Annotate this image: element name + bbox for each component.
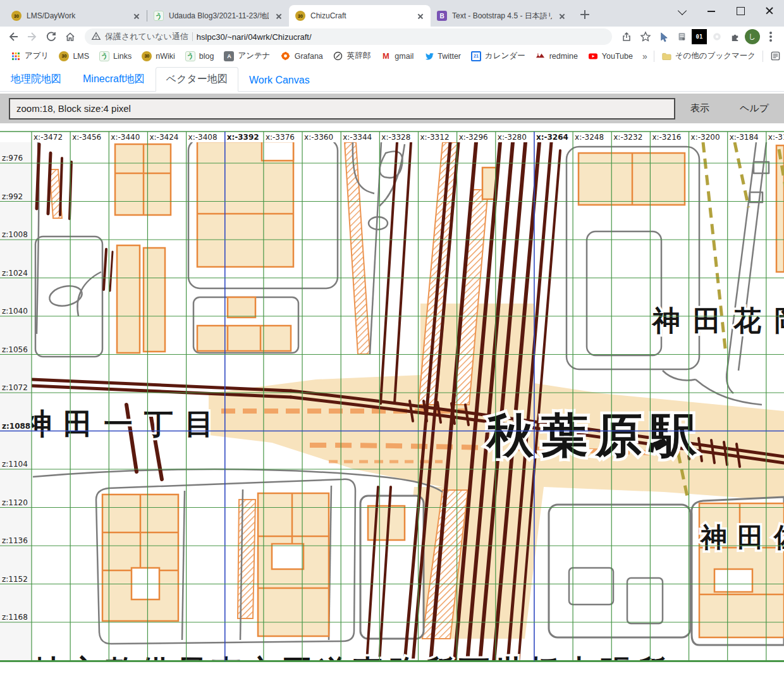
browser-tab[interactable]: う Udauda Blog3/2021-11-23/地図 [147, 5, 289, 27]
url-text[interactable]: hslpc30/~nari/04wrk/Chizucraft/ [197, 32, 606, 42]
calendar-21-icon: 21 [471, 51, 481, 61]
map-svg[interactable]: 神田一丁目 神田花岡 神田佐 地方整備局東京国道事務所万世橋出張所 秋葉原駅 x… [0, 125, 784, 663]
apps-grid-icon [11, 51, 21, 61]
svg-text:z:1168: z:1168 [2, 613, 28, 622]
bookmark-star-icon[interactable] [637, 28, 654, 45]
map-content: 神田一丁目 神田花岡 神田佐 地方整備局東京国道事務所万世橋出張所 秋葉原駅 [21, 139, 784, 663]
bookmark-antenna[interactable]: A アンテナ [219, 49, 274, 63]
tab-close-icon[interactable] [557, 11, 567, 21]
bookmark-apps[interactable]: アプリ [6, 49, 53, 63]
svg-text:z:976: z:976 [2, 154, 23, 163]
svg-text:x:-3296: x:-3296 [459, 133, 488, 142]
forward-icon[interactable] [24, 28, 40, 45]
svg-text:x:-3440: x:-3440 [111, 133, 140, 142]
cursor-extension-icon[interactable] [656, 29, 671, 44]
tab-title: Udauda Blog3/2021-11-23/地図 [169, 11, 269, 22]
bookmark-links[interactable]: う Links [95, 49, 136, 63]
reload-icon[interactable] [43, 28, 59, 45]
bookmark-label: nWiki [156, 52, 175, 61]
browser-menu-kebab-icon[interactable] [763, 28, 779, 45]
svg-text:x:-3232: x:-3232 [613, 133, 642, 142]
new-tab-button[interactable] [576, 6, 594, 23]
help-button[interactable]: ヘルプ [725, 102, 784, 114]
coin-30-icon: 30 [142, 51, 152, 61]
bookmark-label: LMS [73, 52, 89, 61]
svg-text:x:-3168: x:-3168 [768, 133, 784, 142]
bookmark-calendar[interactable]: 21 カレンダー [467, 49, 530, 63]
bookmark-blog[interactable]: う blog [181, 49, 219, 63]
u-icon: う [185, 51, 195, 61]
coin-favicon: 30 [11, 11, 21, 21]
security-status[interactable]: 保護されていない通信 [105, 31, 188, 42]
disabled-extension-icon[interactable] [709, 29, 725, 44]
bookmark-label: redmine [549, 52, 578, 61]
vector-map-canvas[interactable]: 神田一丁目 神田花岡 神田佐 地方整備局東京国道事務所万世橋出張所 秋葉原駅 x… [0, 125, 784, 663]
tab-close-icon[interactable] [415, 11, 426, 21]
address-bar[interactable]: 保護されていない通信 hslpc30/~nari/04wrk/Chizucraf… [85, 28, 612, 45]
browser-tab-strip: 30 LMS/DayWork う Udauda Blog3/2021-11-23… [0, 0, 784, 27]
reading-list-icon [770, 51, 780, 61]
tab-gsi-map[interactable]: 地理院地図 [0, 67, 72, 92]
bookmark-label: gmail [395, 52, 413, 61]
journal-extension-icon[interactable] [674, 29, 689, 44]
extensions-puzzle-icon[interactable] [727, 29, 742, 44]
bookmark-eijiro[interactable]: 英辞郎 [329, 49, 376, 63]
badge-01-extension-icon[interactable]: 01 [692, 29, 707, 44]
bookmark-lms[interactable]: 30 LMS [54, 49, 94, 63]
other-bookmarks-folder[interactable]: その他のブックマーク [657, 49, 760, 63]
zoom-status-field[interactable]: zoom:18, Block size:4 pixel [9, 98, 675, 120]
antenna-a-icon: A [224, 51, 234, 61]
svg-text:x:-3472: x:-3472 [34, 133, 63, 142]
window-close-icon[interactable] [755, 0, 784, 22]
tab-title: Text - Bootstrap 4.5 - 日本語リファ [452, 11, 552, 22]
bookmark-label: YouTube [602, 52, 633, 61]
bookmark-grafana[interactable]: Grafana [276, 49, 328, 63]
bookmark-twitter[interactable]: Twitter [419, 49, 465, 63]
u-favicon: う [154, 11, 164, 21]
bookmark-label: 英辞郎 [347, 51, 371, 61]
bookmark-label: blog [199, 52, 214, 61]
show-button[interactable]: 表示 [675, 102, 725, 114]
window-maximize-icon[interactable] [726, 0, 755, 22]
tab-close-icon[interactable] [274, 11, 284, 21]
district-label-hanaoka: 神田花岡 [651, 305, 784, 336]
bookmark-gmail[interactable]: M gmail [376, 49, 418, 63]
bookmarks-overflow-chevron[interactable]: » [639, 51, 651, 61]
tab-vector-map[interactable]: ベクター地図 [156, 67, 238, 92]
district-label-sakuma: 神田佐 [699, 522, 784, 552]
tab-work-canvas[interactable]: Work Canvas [238, 69, 321, 92]
tab-close-icon[interactable] [132, 11, 142, 21]
youtube-icon [588, 51, 598, 61]
reading-list-button[interactable]: リーディング リスト [766, 49, 784, 63]
bookmark-nwiki[interactable]: 30 nWiki [137, 49, 180, 63]
home-icon[interactable] [62, 28, 78, 45]
bookmark-label: Twitter [438, 52, 461, 61]
gmail-m-icon: M [381, 51, 391, 61]
u-icon: う [99, 51, 109, 61]
svg-text:z:1008: z:1008 [2, 230, 28, 239]
svg-text:x:-3424: x:-3424 [149, 133, 178, 142]
svg-text:x:-3280: x:-3280 [498, 133, 527, 142]
district-label-kanda1: 神田一丁目 [21, 407, 225, 440]
bookmarks-divider [654, 51, 654, 62]
browser-tab-active[interactable]: 30 ChizuCraft [289, 5, 431, 27]
other-bookmarks-label: その他のブックマーク [675, 51, 756, 61]
browser-tab[interactable]: B Text - Bootstrap 4.5 - 日本語リファ [431, 5, 572, 27]
bookmark-youtube[interactable]: YouTube [584, 49, 637, 63]
svg-text:x:-3408: x:-3408 [188, 133, 217, 142]
bookmark-label: Grafana [295, 52, 323, 61]
profile-avatar[interactable]: し [745, 29, 760, 44]
svg-text:x:-3392: x:-3392 [227, 133, 259, 142]
browser-tab[interactable]: 30 LMS/DayWork [5, 5, 147, 27]
window-chevron-icon[interactable] [668, 0, 697, 22]
bookmark-redmine[interactable]: redmine [531, 49, 582, 63]
share-icon[interactable] [618, 28, 635, 45]
svg-text:z:1152: z:1152 [2, 575, 28, 584]
svg-text:x:-3360: x:-3360 [304, 133, 333, 142]
back-icon[interactable] [5, 28, 21, 45]
pencil-circle-icon [333, 51, 343, 61]
svg-text:x:-3200: x:-3200 [691, 133, 720, 142]
window-minimize-icon[interactable] [697, 0, 726, 22]
svg-text:z:1104: z:1104 [2, 460, 28, 469]
tab-minecraft-map[interactable]: Minecraft地図 [72, 67, 156, 92]
